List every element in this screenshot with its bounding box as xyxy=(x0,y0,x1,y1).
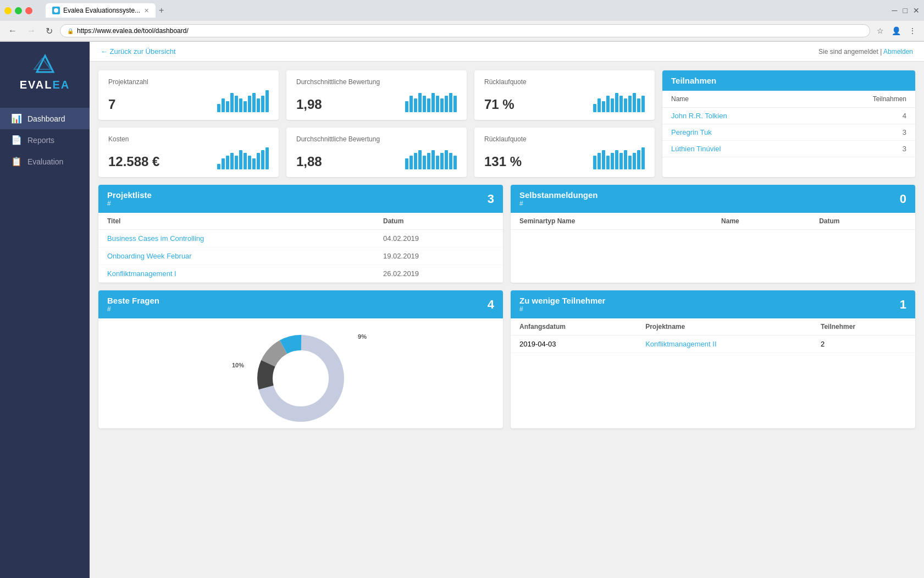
bar xyxy=(222,158,225,169)
bar xyxy=(637,98,640,112)
topbar: ← Zurück zur Übersicht Sie sind angemeld… xyxy=(90,42,924,62)
teilnahmen-count-3: 3 xyxy=(811,141,915,157)
table-row: Peregrin Tuk 3 xyxy=(662,124,915,141)
stat-kosten: Kosten 12.588 € xyxy=(98,128,279,177)
stat-projektanzahl-label: Projektanzahl xyxy=(108,78,269,86)
stats-row-2: Kosten 12.588 € xyxy=(98,128,655,177)
tab-favicon xyxy=(52,7,60,14)
url-display: https://www.evalea.de/tool/dashboard/ xyxy=(77,27,189,35)
sidebar-item-evaluation[interactable]: 📋 Evaluation xyxy=(0,151,90,172)
teilnahmen-name-3[interactable]: Lúthien Tinúviel xyxy=(671,145,721,153)
browser-nav-bar: ← → ↻ 🔒 https://www.evalea.de/tool/dashb… xyxy=(0,21,924,41)
stat-bewertung1: Durchschnittliche Bewertung 1,98 xyxy=(286,70,467,120)
projekt-date-1: 04.02.2019 xyxy=(374,230,503,247)
selbstanmeldungen-card: Selbstanmeldungen # 0 Seminartyp Name Na… xyxy=(511,185,915,283)
bar xyxy=(226,101,229,112)
minimize-btn[interactable] xyxy=(4,7,12,14)
back-button[interactable]: ← xyxy=(5,25,20,37)
stat-projektanzahl-value: 7 xyxy=(108,97,115,112)
projekt-date-3: 26.02.2019 xyxy=(374,265,503,283)
bar xyxy=(427,98,430,112)
bar xyxy=(226,156,229,169)
bar xyxy=(217,104,220,112)
sidebar-item-dashboard[interactable]: 📊 Dashboard xyxy=(0,108,90,129)
bar xyxy=(235,96,238,112)
projekt-title-3[interactable]: Konfliktmanagement I xyxy=(107,269,176,278)
bar xyxy=(423,96,426,112)
selbstanmeldungen-sub: # xyxy=(519,200,598,207)
window-restore-icon[interactable]: □ xyxy=(903,6,908,15)
bar xyxy=(453,156,457,169)
zuwenige-project-1[interactable]: Konfliktmanagement II xyxy=(645,340,716,348)
selbstanmeldungen-count: 0 xyxy=(900,192,906,206)
bar xyxy=(244,153,247,169)
col-teilnehmer: Teilnehmer xyxy=(812,318,915,335)
bar xyxy=(239,150,242,169)
table-row: Business Cases im Controlling 04.02.2019 xyxy=(98,230,503,247)
zu-wenige-header: Zu wenige Teilnehmer # 1 xyxy=(511,290,915,318)
selbstanmeldungen-header: Selbstanmeldungen # 0 xyxy=(511,185,915,213)
zu-wenige-count: 1 xyxy=(900,298,906,312)
teilnahmen-name-1[interactable]: John R.R. Tolkien xyxy=(671,112,727,120)
refresh-button[interactable]: ↻ xyxy=(43,25,56,37)
bar xyxy=(261,150,264,169)
bar xyxy=(414,98,417,112)
bar xyxy=(239,98,242,112)
beste-fragen-count: 4 xyxy=(488,298,494,312)
selbstanmeldungen-table: Seminartyp Name Name Datum xyxy=(511,213,915,230)
stat-kosten-chart xyxy=(217,147,269,169)
stat-bewertung2-value: 1,88 xyxy=(296,154,322,169)
selbstanmeldungen-title: Selbstanmeldungen xyxy=(519,190,598,200)
bar xyxy=(261,96,264,112)
maximize-btn[interactable] xyxy=(15,7,22,14)
dashboard: Projektanzahl 7 xyxy=(90,62,924,437)
bar xyxy=(230,153,234,169)
col-name: Name xyxy=(712,213,810,230)
bar xyxy=(593,104,596,112)
reports-icon: 📄 xyxy=(11,135,22,145)
browser-tab[interactable]: Evalea Evaluationssyste... ✕ xyxy=(46,3,156,18)
bar xyxy=(641,96,645,112)
zu-wenige-body: Anfangsdatum Projektname Teilnehmer 2019… xyxy=(511,318,915,353)
close-btn[interactable] xyxy=(25,7,32,14)
sidebar-item-reports[interactable]: 📄 Reports xyxy=(0,129,90,151)
tab-close-icon[interactable]: ✕ xyxy=(144,7,149,14)
bookmark-bar-icon[interactable]: ☆ xyxy=(875,25,886,36)
more-tools-icon[interactable]: ⋮ xyxy=(906,25,919,36)
beste-fragen-header: Beste Fragen # 4 xyxy=(98,290,503,318)
bar xyxy=(611,98,614,112)
back-link[interactable]: ← Zurück zur Übersicht xyxy=(101,47,176,56)
bar xyxy=(410,156,413,169)
forward-button[interactable]: → xyxy=(24,25,38,37)
new-tab-button[interactable]: + xyxy=(156,4,167,16)
projekt-title-2[interactable]: Onboarding Week Februar xyxy=(107,252,192,260)
window-minimize-icon[interactable]: ─ xyxy=(892,6,898,15)
projekt-title-1[interactable]: Business Cases im Controlling xyxy=(107,234,204,243)
profile-icon[interactable]: 👤 xyxy=(889,25,903,36)
title-bar: Evalea Evaluationssyste... ✕ + ─ □ ✕ xyxy=(0,0,924,21)
bar xyxy=(449,93,452,112)
bar xyxy=(431,93,435,112)
topbar-right: Sie sind angemeldet | Abmelden xyxy=(818,48,913,56)
bar xyxy=(252,158,256,169)
svg-point-0 xyxy=(54,8,58,13)
bar xyxy=(257,153,260,169)
zu-wenige-title: Zu wenige Teilnehmer xyxy=(519,296,605,305)
bar xyxy=(453,96,457,112)
teilnahmen-name-2[interactable]: Peregrin Tuk xyxy=(671,128,712,136)
bar xyxy=(217,164,220,169)
table-row: John R.R. Tolkien 4 xyxy=(662,108,915,124)
logout-link[interactable]: Abmelden xyxy=(883,48,913,56)
bar xyxy=(414,153,417,169)
main-content: ← Zurück zur Übersicht Sie sind angemeld… xyxy=(90,42,924,578)
stat-bewertung1-value: 1,98 xyxy=(296,97,322,112)
window-close-icon[interactable]: ✕ xyxy=(913,6,920,15)
col-seminartyp: Seminartyp Name xyxy=(511,213,712,230)
bar xyxy=(405,158,408,169)
bar xyxy=(410,96,413,112)
donut-chart: 9% 10% xyxy=(246,323,356,424)
donut-chart-container: 9% 10% xyxy=(98,318,503,428)
address-bar[interactable]: 🔒 https://www.evalea.de/tool/dashboard/ xyxy=(60,24,870,37)
tab-title: Evalea Evaluationssyste... xyxy=(63,7,140,14)
beste-fragen-zuwenige-row: Beste Fragen # 4 xyxy=(98,290,915,428)
